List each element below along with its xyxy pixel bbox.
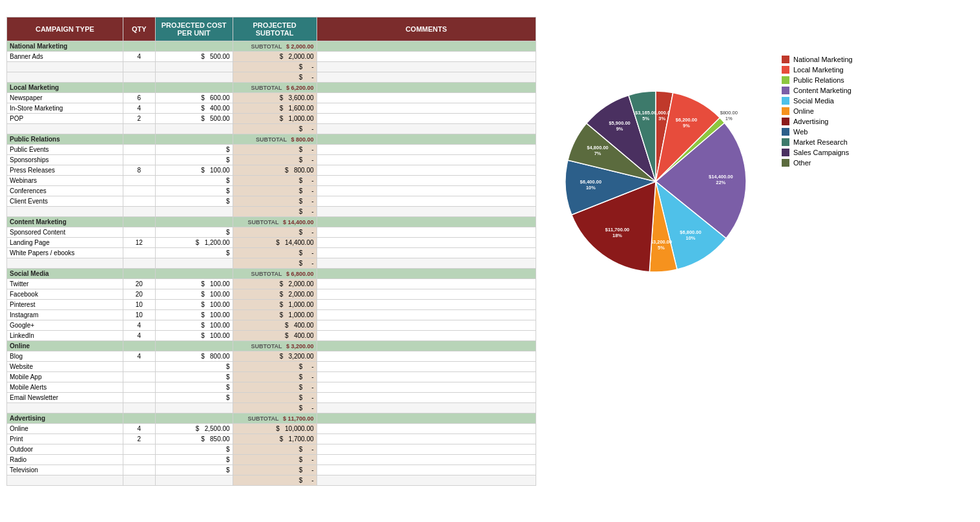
item-qty: 20 [123, 289, 155, 300]
item-name: Print [7, 434, 123, 444]
item-subtotal: $ 3,200.00 [233, 351, 317, 362]
table-row: Pinterest 10 $ 100.00 $ 1,000.00 [7, 300, 536, 310]
item-comment [317, 393, 536, 403]
item-qty [123, 455, 155, 465]
item-subtotal: $ - [233, 186, 317, 196]
item-name: Outdoor [7, 444, 123, 455]
item-name: POP [7, 114, 123, 124]
legend-item: Sales Campaigns [782, 149, 853, 156]
item-cost [155, 475, 233, 486]
item-comment [317, 465, 536, 475]
item-cost: $ [155, 372, 233, 382]
item-subtotal: $ - [233, 258, 317, 269]
item-qty [123, 372, 155, 382]
table-row: $ - [7, 475, 536, 486]
legend-item: Market Research [782, 138, 853, 146]
item-qty: 20 [123, 279, 155, 289]
item-comment [317, 362, 536, 372]
item-name: Banner Ads [7, 52, 123, 62]
item-qty [123, 62, 155, 72]
item-subtotal: $ 1,000.00 [233, 310, 317, 320]
item-name: Twitter [7, 279, 123, 289]
item-cost: $ [155, 176, 233, 186]
legend-label: Local Marketing [793, 66, 844, 74]
budget-table-section: CAMPAIGN TYPE QTY PROJECTED COST PER UNI… [6, 17, 536, 486]
item-subtotal: $ - [233, 155, 317, 165]
item-cost: $ 100.00 [155, 320, 233, 331]
item-cost: $ 500.00 [155, 52, 233, 62]
pie-label-external: $800.001% [720, 110, 738, 121]
item-cost: $ 100.00 [155, 310, 233, 320]
item-cost: $ [155, 465, 233, 475]
table-row: $ - [7, 403, 536, 413]
legend-item: Advertising [782, 118, 853, 125]
item-qty [123, 124, 155, 134]
category-name: Public Relations [7, 134, 123, 145]
item-subtotal: $ - [233, 444, 317, 455]
table-row: $ - [7, 258, 536, 269]
category-row: Public Relations SUBTOTAL $ 800.00 [7, 134, 536, 145]
item-comment [317, 248, 536, 258]
item-subtotal: $ 10,000.00 [233, 424, 317, 434]
item-name: Instagram [7, 310, 123, 320]
item-comment [317, 176, 536, 186]
item-qty [123, 393, 155, 403]
item-comment [317, 434, 536, 444]
item-subtotal: $ - [233, 62, 317, 72]
table-row: Mobile Alerts $ $ - [7, 382, 536, 393]
item-subtotal: $ 400.00 [233, 320, 317, 331]
legend-label: Web [793, 128, 808, 136]
table-row: Conferences $ $ - [7, 186, 536, 196]
item-name [7, 258, 123, 269]
item-subtotal: $ - [233, 145, 317, 155]
table-row: $ - [7, 72, 536, 83]
item-comment [317, 62, 536, 72]
item-cost: $ [155, 196, 233, 207]
item-qty [123, 207, 155, 217]
item-cost: $ 500.00 [155, 114, 233, 124]
item-name: Mobile App [7, 372, 123, 382]
item-subtotal: $ - [233, 72, 317, 83]
legend-label: Market Research [793, 138, 848, 146]
item-subtotal: $ 1,000.00 [233, 114, 317, 124]
item-subtotal: $ - [233, 372, 317, 382]
budget-table: CAMPAIGN TYPE QTY PROJECTED COST PER UNI… [6, 17, 536, 486]
item-qty [123, 403, 155, 413]
table-row: Press Releases 8 $ 100.00 $ 800.00 [7, 165, 536, 176]
table-row: $ - [7, 124, 536, 134]
col-projected-cost: PROJECTED COST PER UNIT [155, 17, 233, 41]
item-cost: $ [155, 227, 233, 238]
table-row: Public Events $ $ - [7, 145, 536, 155]
item-comment [317, 320, 536, 331]
item-comment [317, 114, 536, 124]
item-name: Public Events [7, 145, 123, 155]
legend-label: Sales Campaigns [793, 149, 849, 156]
table-row: Instagram 10 $ 100.00 $ 1,000.00 [7, 310, 536, 320]
legend-item: Local Marketing [782, 66, 853, 74]
item-qty [123, 258, 155, 269]
item-qty [123, 145, 155, 155]
item-cost [155, 124, 233, 134]
legend-color-swatch [782, 149, 789, 156]
category-name: Local Marketing [7, 83, 123, 93]
item-comment [317, 475, 536, 486]
item-comment [317, 310, 536, 320]
legend-item: Other [782, 159, 853, 167]
col-projected-subtotal: PROJECTED SUBTOTAL [233, 17, 317, 41]
item-cost [155, 72, 233, 83]
item-subtotal: $ 1,700.00 [233, 434, 317, 444]
item-subtotal: $ - [233, 124, 317, 134]
item-subtotal: $ 1,000.00 [233, 300, 317, 310]
item-cost: $ 100.00 [155, 289, 233, 300]
item-comment [317, 196, 536, 207]
item-comment [317, 258, 536, 269]
item-comment [317, 279, 536, 289]
table-row: Print 2 $ 850.00 $ 1,700.00 [7, 434, 536, 444]
item-comment [317, 155, 536, 165]
item-cost: $ 1,200.00 [155, 238, 233, 248]
table-row: In-Store Marketing 4 $ 400.00 $ 1,600.00 [7, 103, 536, 114]
legend-item: Web [782, 128, 853, 136]
table-row: Blog 4 $ 800.00 $ 3,200.00 [7, 351, 536, 362]
item-comment [317, 72, 536, 83]
item-subtotal: $ - [233, 382, 317, 393]
